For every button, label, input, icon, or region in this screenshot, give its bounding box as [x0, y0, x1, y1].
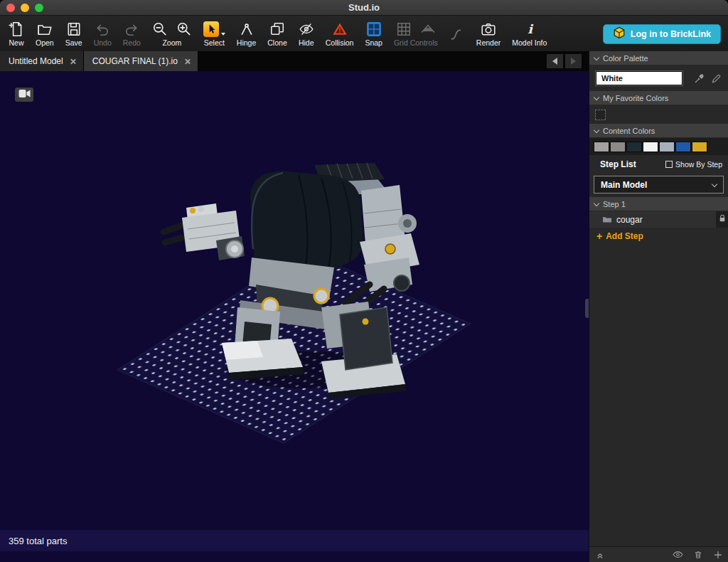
titlebar: Stud.io — [0, 0, 728, 16]
tab-close-icon[interactable] — [70, 58, 76, 65]
step-list-header: Step List Show By Step — [589, 155, 728, 174]
collapse-all-icon[interactable] — [594, 549, 605, 560]
toolbar-hide-button[interactable]: Hide — [293, 18, 320, 50]
toolbar-undo-button[interactable]: Undo — [88, 18, 117, 50]
nav-back-button[interactable] — [547, 54, 563, 68]
toolbar-render-button[interactable]: Render — [471, 18, 506, 50]
submodel-row-cougar[interactable]: cougar — [589, 211, 728, 228]
content-colors-row — [589, 138, 728, 155]
favorite-colors-header[interactable]: My Favorite Colors — [589, 91, 728, 105]
lock-icon — [718, 214, 727, 225]
favorite-colors-title: My Favorite Colors — [603, 94, 668, 102]
toolbar: New Open Save Undo Redo Zoom — [0, 16, 728, 51]
main-area: Untitled Model COUGAR FINAL (1).io — [0, 51, 589, 562]
chevron-down-icon — [594, 200, 599, 206]
color-swatch[interactable] — [643, 142, 658, 152]
color-swatch[interactable] — [675, 142, 691, 152]
toolbar-clone-button[interactable]: Clone — [262, 18, 292, 50]
toolbar-model-info-button[interactable]: i Model Info — [506, 18, 552, 50]
pencil-edit-icon[interactable] — [711, 73, 722, 84]
step-list-title: Step List — [600, 159, 636, 169]
toolbar-new-label: New — [9, 38, 23, 47]
chevron-down-icon — [594, 94, 599, 100]
color-swatch[interactable] — [594, 142, 609, 152]
chevron-down-icon — [594, 54, 599, 60]
toolbar-save-button[interactable]: Save — [60, 18, 88, 50]
viewport-3d[interactable]: 359 total parts — [0, 71, 589, 562]
camera-icon — [18, 88, 31, 101]
toolbar-new-button[interactable]: New — [3, 18, 30, 50]
model-selector-dropdown[interactable]: Main Model — [594, 176, 724, 193]
toolbar-select-button[interactable]: Select — [198, 18, 231, 50]
step-1-header[interactable]: Step 1 — [589, 197, 728, 211]
redo-icon — [124, 21, 139, 37]
add-step-button[interactable]: + Add Step — [589, 228, 728, 244]
color-swatch[interactable] — [626, 142, 642, 152]
chevron-down-icon — [594, 127, 599, 132]
toolbar-select-label: Select — [204, 38, 225, 47]
app-window: Stud.io New Open Save Undo Redo — [0, 0, 728, 562]
nav-back-icon — [552, 58, 557, 65]
trash-icon[interactable] — [692, 549, 703, 560]
close-window-button[interactable] — [6, 4, 15, 12]
toolbar-snap-label: Snap — [365, 38, 382, 47]
current-color-row: White — [589, 65, 728, 91]
toolbar-hide-label: Hide — [299, 38, 314, 47]
zoom-in-icon[interactable] — [176, 21, 192, 37]
step-1-label: Step 1 — [603, 200, 626, 208]
lock-button[interactable] — [716, 211, 728, 228]
toolbar-collision-button[interactable]: Collision — [320, 18, 360, 50]
toolbar-clone-label: Clone — [267, 38, 287, 47]
tab-nav-buttons — [547, 51, 589, 71]
right-sidebar: Color Palette White My Favorite Colors — [589, 51, 728, 562]
toolbar-flex-tool[interactable] — [444, 18, 471, 50]
nav-forward-icon — [571, 58, 576, 65]
tab-bar: Untitled Model COUGAR FINAL (1).io — [0, 51, 589, 71]
eyedropper-icon[interactable] — [694, 73, 705, 84]
toolbar-open-label: Open — [36, 38, 54, 47]
toolbar-zoom-group: Zoom — [146, 18, 198, 50]
add-plus-icon[interactable] — [712, 549, 723, 560]
model-3d-render[interactable] — [0, 71, 589, 562]
toolbar-redo-button[interactable]: Redo — [117, 18, 146, 50]
splitter-handle[interactable] — [585, 299, 589, 318]
select-dropdown-icon[interactable] — [221, 33, 225, 36]
toolbar-grid-controls-label: Grid Controls — [394, 38, 438, 47]
tab-untitled-model[interactable]: Untitled Model — [0, 51, 84, 71]
minimize-window-button[interactable] — [21, 4, 29, 12]
color-swatch[interactable] — [610, 142, 626, 152]
new-file-icon — [9, 21, 24, 37]
toolbar-hinge-button[interactable]: Hinge — [231, 18, 262, 50]
content-colors-title: Content Colors — [603, 127, 655, 135]
toolbar-snap-button[interactable]: Snap — [359, 18, 388, 50]
tab-close-icon[interactable] — [184, 58, 191, 65]
snap-grid-icon — [366, 21, 382, 37]
show-by-step-checkbox[interactable] — [665, 161, 673, 168]
login-button[interactable]: Log in to BrickLink — [603, 24, 721, 44]
svg-text:i: i — [528, 21, 534, 36]
toolbar-open-button[interactable]: Open — [30, 18, 60, 50]
color-palette-header[interactable]: Color Palette — [589, 51, 728, 65]
color-swatch[interactable] — [692, 142, 707, 152]
hinge-icon — [239, 21, 255, 37]
tab-cougar-final[interactable]: COUGAR FINAL (1).io — [84, 51, 198, 71]
submodel-label: cougar — [616, 215, 643, 225]
visibility-eye-icon[interactable] — [673, 549, 683, 560]
selected-color-swatch[interactable]: White — [596, 71, 682, 85]
favorite-colors-row — [589, 105, 728, 124]
selected-color-label: White — [601, 74, 623, 83]
content-colors-header[interactable]: Content Colors — [589, 124, 728, 137]
toolbar-grid-controls[interactable]: Grid Controls — [388, 18, 444, 50]
content-area: Untitled Model COUGAR FINAL (1).io — [0, 51, 728, 562]
color-swatch[interactable] — [659, 142, 675, 152]
camera-view-button[interactable] — [15, 88, 33, 102]
nav-forward-button[interactable] — [565, 54, 582, 68]
hide-eye-icon — [299, 21, 314, 37]
empty-favorite-slot[interactable] — [595, 110, 606, 120]
toolbar-spacer — [552, 18, 603, 50]
zoom-out-icon[interactable] — [152, 21, 168, 37]
step-list-empty-area — [589, 244, 728, 546]
color-palette-title: Color Palette — [603, 54, 648, 63]
open-folder-icon — [37, 21, 53, 37]
zoom-window-button[interactable] — [35, 4, 43, 12]
